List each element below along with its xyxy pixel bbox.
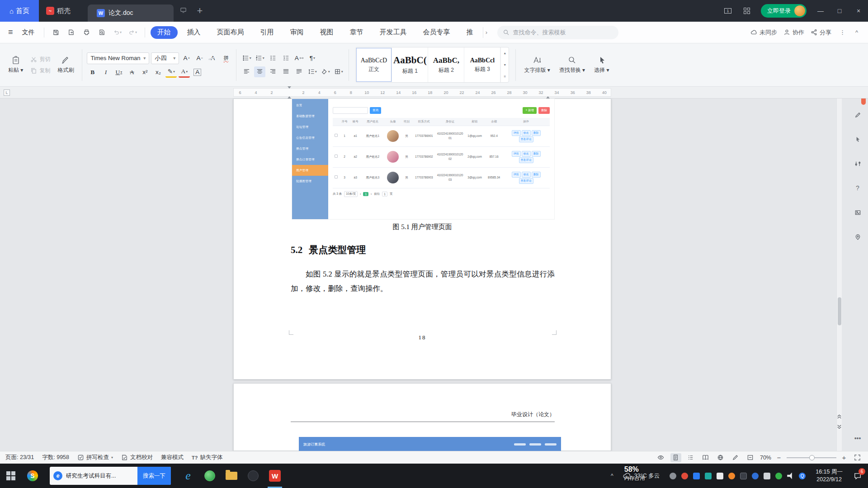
fullscreen-icon[interactable] xyxy=(852,453,863,462)
ribbon-tab-section[interactable]: 章节 xyxy=(343,26,370,39)
font-size-select[interactable]: 小四▾ xyxy=(151,52,179,64)
file-explorer-icon[interactable] xyxy=(221,464,242,488)
wps-app-icon[interactable]: W xyxy=(264,464,286,488)
command-search-input[interactable] xyxy=(513,29,604,36)
cursor-tool-icon[interactable] xyxy=(851,133,864,145)
read-view-icon[interactable] xyxy=(700,453,711,462)
search-go-button[interactable]: 搜索一下 xyxy=(137,467,171,485)
ribbon-tab-insert[interactable]: 插入 xyxy=(180,26,208,39)
notification-center-button[interactable]: 6 xyxy=(847,464,868,488)
apps-grid-icon[interactable] xyxy=(737,0,756,22)
strikethrough-button[interactable]: A xyxy=(126,67,137,78)
left-indent-marker[interactable] xyxy=(288,89,291,97)
style-heading2[interactable]: AaBbC, 标题 2 xyxy=(428,47,464,82)
tray-expand-chevron[interactable]: ^ xyxy=(606,473,618,479)
tab-docer[interactable]: ~ 稻壳 xyxy=(39,0,78,22)
device-icon[interactable] xyxy=(180,7,187,15)
numbered-list-button[interactable]: ▾ xyxy=(254,53,265,64)
bold-button[interactable]: B xyxy=(87,67,98,78)
taskbar-clock[interactable]: 16:15 周一 2022/9/12 xyxy=(811,468,847,483)
tray-icon-bluetooth[interactable] xyxy=(752,473,759,479)
superscript-button[interactable]: x² xyxy=(139,67,151,78)
styles-down-button[interactable]: ▾ xyxy=(500,59,509,71)
print-button[interactable] xyxy=(80,26,93,39)
command-search[interactable] xyxy=(497,26,618,39)
style-heading1[interactable]: AaBbC( 标题 1 xyxy=(392,47,428,82)
char-scale-button[interactable]: A xyxy=(293,53,305,64)
fit-page-icon[interactable] xyxy=(745,453,756,462)
right-indent-marker[interactable] xyxy=(546,89,550,97)
next-page-button[interactable] xyxy=(836,423,843,430)
zoom-in-button[interactable]: + xyxy=(840,454,848,461)
line-spacing-button[interactable]: ▾ xyxy=(307,66,318,77)
styles-more-button[interactable]: ≡ xyxy=(500,70,509,82)
missing-font-button[interactable]: T? 缺失字体 xyxy=(192,454,222,461)
char-border-button[interactable]: A xyxy=(192,67,203,78)
align-center-button[interactable] xyxy=(254,66,265,77)
sync-status[interactable]: 未同步 xyxy=(750,28,777,37)
bullet-list-button[interactable]: ▾ xyxy=(241,53,252,64)
more-dots-icon[interactable]: ••• xyxy=(851,432,864,445)
start-button[interactable] xyxy=(0,464,22,488)
save-button[interactable] xyxy=(50,26,62,39)
vertical-scrollbar[interactable] xyxy=(836,99,842,451)
zoom-slider-thumb[interactable] xyxy=(809,455,815,460)
clear-format-button[interactable]: A xyxy=(207,53,218,64)
figure-banner-screenshot[interactable]: 旅游订票系统 xyxy=(299,437,561,451)
maximize-button[interactable]: □ xyxy=(830,0,849,22)
hamburger-icon[interactable]: ≡ xyxy=(5,28,16,37)
taskbar-search-widget[interactable]: e 研究生考试科目有... 搜索一下 xyxy=(50,467,171,485)
zoom-value[interactable]: 70% xyxy=(760,455,771,461)
login-button[interactable]: 立即登录 xyxy=(761,4,807,18)
highlight-color-button[interactable]: ✎▾ xyxy=(165,67,177,78)
cut-button[interactable]: 剪切 xyxy=(28,56,52,63)
ribbon-tab-review[interactable]: 审阅 xyxy=(283,26,311,39)
document-area[interactable]: 首页基础数据管理论坛管理公告信息管理景点管理景点订票管理用户管理轮播图管理 查询… xyxy=(0,99,868,451)
font-name-select[interactable]: Times New Roman▾ xyxy=(87,52,149,64)
tabs-overflow-chevron[interactable]: › xyxy=(483,27,490,38)
print-preview-button[interactable] xyxy=(96,26,108,39)
tray-icon-monitor[interactable] xyxy=(740,473,747,479)
decrease-indent-button[interactable] xyxy=(267,53,278,64)
minimize-button[interactable]: — xyxy=(811,0,830,22)
spell-check-toggle[interactable]: 拼写检查▾ xyxy=(77,454,113,461)
ribbon-tab-page-layout[interactable]: 页面布局 xyxy=(210,26,251,39)
web-view-icon[interactable] xyxy=(715,453,726,462)
ie-browser-icon[interactable]: e xyxy=(177,464,199,488)
adjust-slider-icon[interactable] xyxy=(851,157,864,170)
collaborate-button[interactable]: 协作 xyxy=(783,28,804,37)
file-menu[interactable]: 文件 xyxy=(19,28,38,37)
tab-home[interactable]: ⌂ 首页 xyxy=(0,0,39,22)
weather-widget[interactable]: 33°C 多云 58% 内存占用 xyxy=(618,464,664,488)
ribbon-tab-view[interactable]: 视图 xyxy=(313,26,340,39)
tray-icon-blue[interactable] xyxy=(693,473,700,479)
subscript-button[interactable]: x₂ xyxy=(152,67,164,78)
ribbon-tab-references[interactable]: 引用 xyxy=(254,26,281,39)
location-pin-icon[interactable] xyxy=(851,230,864,243)
grow-font-button[interactable]: A+ xyxy=(181,53,192,64)
sogou-app-icon[interactable]: S xyxy=(22,464,43,488)
shrink-font-button[interactable]: A− xyxy=(194,53,205,64)
new-tab-button[interactable]: + xyxy=(193,5,207,17)
tray-icon-shield[interactable] xyxy=(705,473,712,479)
redo-button[interactable]: ▾ xyxy=(127,26,139,39)
shading-button[interactable]: ▾ xyxy=(320,66,331,77)
copy-button[interactable]: 复制 xyxy=(28,67,52,75)
zoom-out-button[interactable]: − xyxy=(775,454,783,461)
zoom-slider[interactable] xyxy=(787,457,836,458)
undo-button[interactable]: ▾ xyxy=(111,26,124,39)
edit-pen-icon[interactable] xyxy=(851,108,864,121)
document-page-2[interactable]: 毕业设计（论文） 旅游订票系统 xyxy=(233,383,611,451)
dark-app-icon[interactable] xyxy=(242,464,264,488)
outline-view-icon[interactable] xyxy=(685,453,696,462)
ribbon-tab-developer[interactable]: 开发工具 xyxy=(373,26,414,39)
tab-selector[interactable]: L xyxy=(4,89,10,96)
tray-icon-mail[interactable] xyxy=(717,473,723,479)
ribbon-tab-home[interactable]: 开始 xyxy=(151,26,178,39)
switch-window-icon[interactable]: 1 xyxy=(718,0,737,22)
green-browser-icon[interactable] xyxy=(199,464,221,488)
previous-page-button[interactable] xyxy=(836,413,843,420)
output-button[interactable] xyxy=(65,26,78,39)
scrollbar-thumb[interactable] xyxy=(838,297,841,325)
tray-icon-green[interactable] xyxy=(775,473,782,479)
